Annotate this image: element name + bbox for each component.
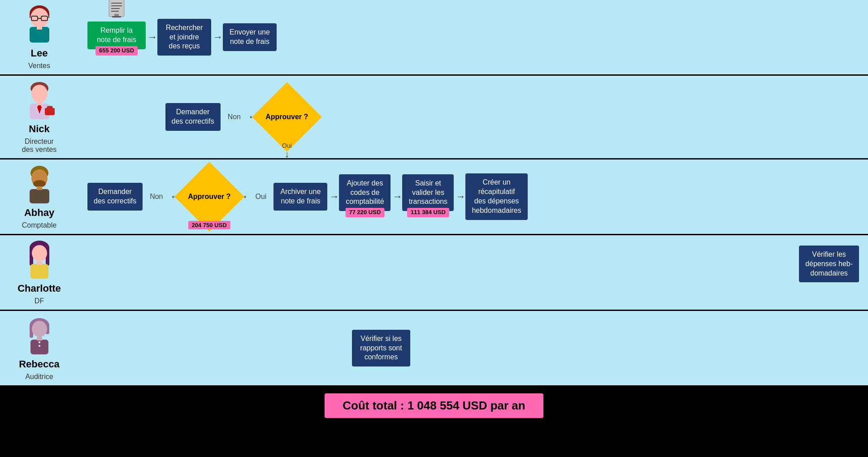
box-verifier-depenses[interactable]: Vérifier les dépenses heb- domadaires xyxy=(799,246,859,282)
non-label-nick: Non xyxy=(228,113,241,121)
lane-nick: Nick Directeur des ventes Demander des c… xyxy=(0,76,868,160)
diamond-label-nick: Approuver ? xyxy=(265,113,308,121)
svg-rect-32 xyxy=(30,264,48,279)
abhay-name: Abhay xyxy=(24,207,54,219)
oui-label-abhay: Oui xyxy=(256,193,267,201)
actor-lee: Lee Ventes xyxy=(0,0,78,74)
nick-name: Nick xyxy=(29,123,49,135)
abhay-role: Comptable xyxy=(22,221,56,229)
box-verifier-rapports[interactable]: Vérifier si les rapports sont conformes xyxy=(352,330,410,366)
box-saisir-valider[interactable]: Saisir et valider les transactions 111 3… xyxy=(402,174,454,211)
svg-rect-15 xyxy=(112,16,121,17)
total-label: Coût total : 1 048 554 USD par an xyxy=(343,399,525,412)
svg-point-40 xyxy=(39,345,40,347)
charlotte-name: Charlotte xyxy=(17,283,61,294)
svg-rect-41 xyxy=(37,337,42,341)
svg-rect-22 xyxy=(47,106,52,108)
charlotte-flow: Vérifier les dépenses heb- domadaires xyxy=(78,239,868,306)
lee-role: Ventes xyxy=(28,62,50,70)
rebecca-flow: Vérifier si les rapports sont conformes xyxy=(78,312,868,384)
rebecca-role: Auditrice xyxy=(25,373,53,381)
nick-flow: Demander des correctifs Non ← Approuver … xyxy=(78,81,868,153)
lane-charlotte: Charlotte DF Vérifier les dépenses heb- … xyxy=(0,235,868,311)
total-box: Coût total : 1 048 554 USD par an xyxy=(325,393,543,418)
svg-point-39 xyxy=(39,341,40,343)
arrow-archiver: → xyxy=(329,191,337,203)
box-demander-abhay[interactable]: Demander des correctifs xyxy=(87,183,143,211)
svg-point-31 xyxy=(32,245,47,261)
actor-rebecca: Rebecca Auditrice xyxy=(0,311,78,385)
arrow-saisir: → xyxy=(456,191,464,203)
svg-point-25 xyxy=(33,180,46,187)
lane-rebecca: Rebecca Auditrice Vérifier si les rappor… xyxy=(0,311,868,387)
svg-rect-26 xyxy=(30,189,49,203)
lane-abhay: Abhay Comptable Demander des correctifs … xyxy=(0,160,868,235)
box-rechercher[interactable]: Rechercher et joindre des reçus xyxy=(157,19,211,56)
arrow-1: → xyxy=(148,31,156,43)
box-creer-recap[interactable]: Créer un récapitulatif des dépenses hebd… xyxy=(465,173,527,220)
badge-saisir: 111 384 USD xyxy=(407,208,449,217)
non-label-abhay: Non xyxy=(150,193,163,201)
nick-avatar xyxy=(22,80,57,121)
nick-spacer: Demander des correctifs Non ← xyxy=(87,103,262,131)
total-bar: Coût total : 1 048 554 USD par an xyxy=(0,387,868,425)
oui-nick: Oui ↓ xyxy=(282,142,292,160)
arrow-2: → xyxy=(213,31,221,43)
badge-remplir: 655 200 USD xyxy=(95,46,138,56)
svg-rect-20 xyxy=(37,102,42,105)
badge-ajouter: 77 220 USD xyxy=(345,208,384,217)
diamond-label-abhay: Approuver ? xyxy=(188,193,230,201)
diamond-abhay[interactable]: Approuver ? 204 750 USD xyxy=(185,172,234,221)
charlotte-box-area: Vérifier les dépenses heb- domadaires xyxy=(799,246,859,282)
actor-nick: Nick Directeur des ventes xyxy=(0,76,78,158)
lee-flow: Remplir la note de frais 655 200 USD → R… xyxy=(78,4,868,71)
svg-rect-7 xyxy=(37,26,42,30)
rebecca-name: Rebecca xyxy=(19,358,60,370)
box-remplir[interactable]: Remplir la note de frais 655 200 USD xyxy=(87,22,146,49)
actor-abhay: Abhay Comptable xyxy=(0,160,78,234)
box-demander-nick[interactable]: Demander des correctifs xyxy=(165,103,221,131)
rebecca-avatar xyxy=(22,315,57,356)
box-ajouter-codes[interactable]: Ajouter des codes de comptabilité 77 220… xyxy=(339,174,391,211)
svg-rect-27 xyxy=(37,186,42,190)
svg-point-17 xyxy=(31,85,48,103)
abhay-flow: Demander des correctifs Non ← Approuver … xyxy=(78,160,868,234)
box-archiver[interactable]: Archiver une note de frais xyxy=(273,183,327,211)
svg-rect-21 xyxy=(45,108,55,115)
diagram-container: Lee Ventes Remplir la note de frais xyxy=(0,0,868,425)
nick-role: Directeur des ventes xyxy=(22,138,56,154)
remplir-group: Remplir la note de frais 655 200 USD xyxy=(87,22,146,57)
abhay-avatar xyxy=(22,164,57,204)
document-icon xyxy=(105,0,128,22)
charlotte-role: DF xyxy=(35,297,44,305)
charlotte-avatar xyxy=(22,240,57,280)
lee-avatar xyxy=(22,4,57,45)
box-envoyer[interactable]: Envoyer une note de frais xyxy=(223,23,277,51)
lane-lee: Lee Ventes Remplir la note de frais xyxy=(0,0,868,76)
diamond-nick[interactable]: Approuver ? Oui ↓ xyxy=(262,92,312,142)
badge-diamond-abhay: 204 750 USD xyxy=(188,221,230,229)
actor-charlotte: Charlotte DF xyxy=(0,235,78,310)
lee-name: Lee xyxy=(31,47,48,59)
arrow-ajouter: → xyxy=(392,191,400,203)
svg-rect-33 xyxy=(37,261,42,265)
svg-point-37 xyxy=(32,321,47,337)
